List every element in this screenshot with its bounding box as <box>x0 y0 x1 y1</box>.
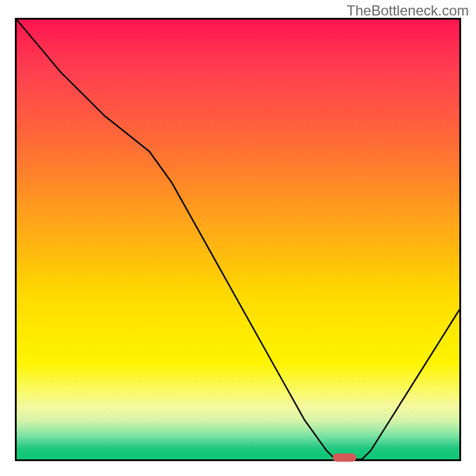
optimal-marker <box>333 453 356 462</box>
plot-area <box>15 18 461 461</box>
curve-svg <box>17 20 459 459</box>
chart-container: TheBottleneck.com <box>0 0 476 476</box>
bottleneck-curve <box>17 20 459 459</box>
watermark-text: TheBottleneck.com <box>347 2 469 19</box>
